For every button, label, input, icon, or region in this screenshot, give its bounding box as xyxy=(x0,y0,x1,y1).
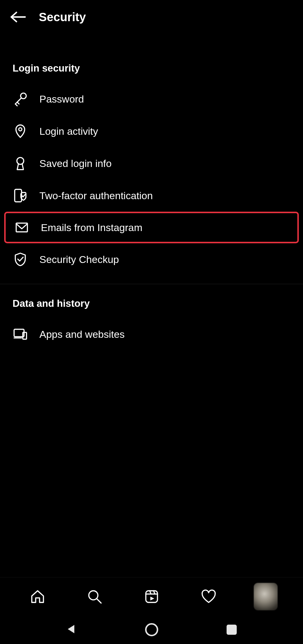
item-label: Password xyxy=(39,93,84,105)
system-home-button[interactable] xyxy=(143,621,161,639)
svg-line-4 xyxy=(17,102,19,104)
system-recents-button[interactable] xyxy=(223,621,241,639)
svg-marker-19 xyxy=(68,625,74,633)
system-back-button[interactable] xyxy=(62,621,80,639)
system-nav-bar xyxy=(0,615,303,644)
location-pin-icon xyxy=(13,123,28,139)
nav-home[interactable] xyxy=(26,585,50,609)
svg-rect-11 xyxy=(23,332,27,339)
triangle-back-icon xyxy=(66,624,77,636)
shield-check-icon xyxy=(13,252,28,267)
page-title: Security xyxy=(39,10,86,24)
envelope-icon xyxy=(14,220,30,235)
item-login-activity[interactable]: Login activity xyxy=(0,115,303,147)
highlight-annotation: Emails from Instagram xyxy=(4,212,299,243)
item-two-factor-auth[interactable]: Two-factor authentication xyxy=(0,179,303,212)
arrow-left-icon xyxy=(9,11,26,23)
svg-point-5 xyxy=(19,128,22,131)
item-label: Security Checkup xyxy=(39,254,119,265)
phone-shield-icon xyxy=(13,188,28,203)
profile-thumbnail xyxy=(254,583,278,610)
app-header: Security xyxy=(0,0,303,34)
item-label: Two-factor authentication xyxy=(39,190,153,202)
home-icon xyxy=(30,589,45,604)
item-password[interactable]: Password xyxy=(0,83,303,115)
item-label: Saved login info xyxy=(39,158,112,169)
content-area: Login security Password Login activity xyxy=(0,34,303,350)
app-bottom-nav xyxy=(0,577,303,615)
svg-rect-14 xyxy=(146,591,157,602)
devices-icon xyxy=(13,326,28,342)
nav-profile[interactable] xyxy=(254,585,278,609)
section-header-login-security: Login security xyxy=(0,63,303,83)
section-header-data-history: Data and history xyxy=(0,284,303,318)
item-emails-from-instagram[interactable]: Emails from Instagram xyxy=(6,213,297,242)
item-security-checkup[interactable]: Security Checkup xyxy=(0,243,303,275)
nav-activity[interactable] xyxy=(197,585,221,609)
item-apps-and-websites[interactable]: Apps and websites xyxy=(0,318,303,350)
svg-line-13 xyxy=(97,599,101,603)
svg-marker-18 xyxy=(150,597,154,600)
reels-icon xyxy=(144,589,159,604)
key-icon xyxy=(13,91,28,107)
item-label: Login activity xyxy=(39,126,98,137)
search-icon xyxy=(87,589,102,604)
nav-search[interactable] xyxy=(83,585,107,609)
back-button[interactable] xyxy=(9,8,26,26)
keyhole-icon xyxy=(13,156,28,171)
square-recents-icon xyxy=(227,625,237,635)
circle-home-icon xyxy=(145,623,158,636)
nav-reels[interactable] xyxy=(140,585,164,609)
svg-line-3 xyxy=(15,104,17,106)
item-label: Emails from Instagram xyxy=(41,222,142,233)
svg-rect-8 xyxy=(16,223,27,232)
svg-point-6 xyxy=(17,157,24,164)
item-saved-login-info[interactable]: Saved login info xyxy=(0,147,303,179)
item-label: Apps and websites xyxy=(39,329,124,340)
heart-icon xyxy=(201,589,216,604)
